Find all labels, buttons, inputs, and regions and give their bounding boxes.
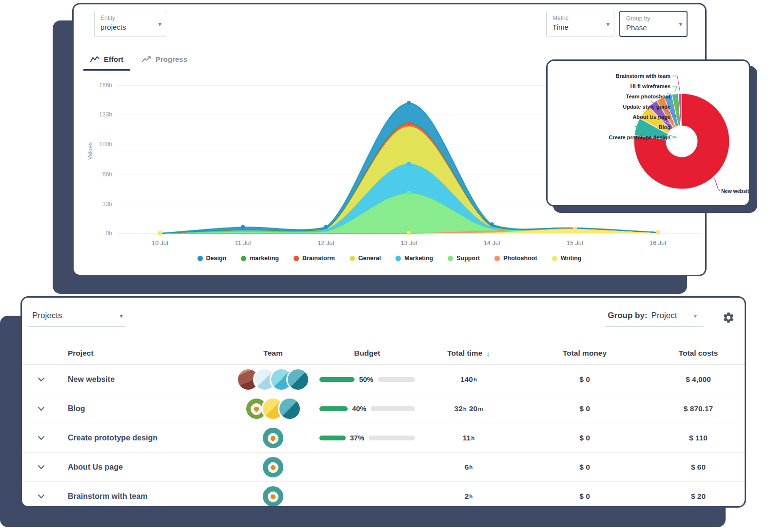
- tab-label: Effort: [104, 55, 123, 63]
- legend-label: Writing: [561, 255, 582, 262]
- team-avatars: [232, 397, 315, 420]
- table-groupby-dropdown[interactable]: Group by: Project ▾: [605, 310, 704, 327]
- row-expander[interactable]: [22, 494, 60, 499]
- y-axis-label: Values: [87, 129, 94, 173]
- y-tick-label: 33h: [102, 201, 112, 208]
- data-point-marker: [324, 225, 328, 229]
- budget-bar-track: [369, 436, 415, 440]
- legend-label: Design: [206, 255, 227, 262]
- legend-dot: [197, 256, 203, 261]
- project-name[interactable]: Brainstorm with team: [60, 492, 232, 501]
- total-costs: $ 20: [652, 492, 745, 501]
- legend-item-Writing[interactable]: Writing: [552, 255, 582, 262]
- column-header-project[interactable]: Project: [60, 349, 232, 358]
- project-name[interactable]: Create prototype design: [60, 434, 232, 442]
- legend-item-Marketing[interactable]: Marketing: [395, 255, 433, 262]
- legend-item-Support[interactable]: Support: [448, 255, 480, 262]
- row-expander[interactable]: [22, 465, 60, 470]
- label-leader-line: [715, 178, 720, 191]
- table-header-row: ProjectTeamBudgetTotal time↓Total moneyT…: [22, 342, 745, 365]
- time-unit: m: [478, 406, 483, 412]
- project-name[interactable]: Blog: [60, 404, 232, 413]
- project-name[interactable]: New website: [60, 375, 232, 384]
- project-name[interactable]: About Us page: [60, 463, 232, 472]
- column-header-total-time[interactable]: Total time↓: [420, 349, 517, 358]
- pie-label: Create prototype design: [609, 134, 670, 140]
- chevron-down-icon: ▾: [606, 20, 610, 28]
- data-point-marker: [490, 222, 494, 227]
- time-unit: h: [471, 435, 474, 441]
- metric-dropdown[interactable]: Metric Time ▾: [546, 11, 614, 37]
- projects-dropdown[interactable]: Projects ▾: [28, 310, 125, 327]
- avatar-split-teal[interactable]: [286, 368, 310, 391]
- time-value: 32: [454, 404, 463, 413]
- metric-dropdown-value: Time: [552, 23, 601, 31]
- legend-dot: [395, 256, 401, 261]
- pie-label: Blog: [659, 124, 670, 130]
- row-expander[interactable]: [22, 436, 60, 440]
- avatar-flower-teal[interactable]: [261, 485, 285, 508]
- avatar-split-teal[interactable]: [278, 397, 301, 420]
- table-row: About Us page6h$ 0$ 60: [22, 453, 745, 482]
- avatar-flower-teal[interactable]: [261, 456, 285, 479]
- tab-effort[interactable]: Effort: [83, 50, 130, 71]
- x-tick-label: 13 Jul: [401, 240, 417, 247]
- total-money: $ 0: [517, 463, 652, 472]
- groupby-value: Project: [651, 311, 677, 321]
- row-expander[interactable]: [22, 377, 60, 382]
- groupby-phase-dropdown[interactable]: Group by Phase ▾: [619, 11, 688, 37]
- groupby-dropdown-value: Phase: [626, 23, 674, 32]
- x-tick-label: 16 Jul: [650, 240, 666, 247]
- total-costs: $ 4,000: [652, 375, 745, 384]
- time-unit: h: [469, 494, 473, 499]
- column-header-budget[interactable]: Budget: [315, 349, 420, 358]
- entity-dropdown[interactable]: Entity projects ▾: [94, 11, 166, 37]
- pie-label: About Us page: [632, 114, 670, 120]
- data-point-marker: [407, 121, 411, 126]
- settings-gear-icon[interactable]: [722, 311, 735, 324]
- chevron-down-icon: ▾: [158, 20, 161, 28]
- data-point-marker: [407, 231, 411, 235]
- chevron-down-icon: [38, 406, 45, 411]
- label-leader-line: [672, 86, 677, 92]
- time-value: 140: [460, 375, 473, 384]
- chevron-down-icon: ▾: [679, 20, 682, 28]
- metric-dropdown-label: Metric: [552, 15, 601, 21]
- chevron-down-icon: [38, 377, 45, 382]
- avatar-flower-teal[interactable]: [261, 426, 285, 450]
- row-expander[interactable]: [22, 406, 60, 411]
- sort-desc-icon: ↓: [486, 349, 490, 358]
- table-row: Brainstorm with team2h$ 0$ 20: [22, 482, 745, 508]
- tab-progress[interactable]: Progress: [135, 50, 194, 71]
- data-point-marker: [158, 231, 162, 235]
- y-tick-label: 100h: [99, 141, 112, 148]
- table-row: Blog40%32h20m$ 0$ 870.17: [22, 394, 745, 423]
- y-tick-label: 0h: [106, 230, 112, 237]
- time-unit: h: [473, 377, 477, 382]
- time-unit: h: [463, 406, 467, 412]
- legend-item-Design[interactable]: Design: [197, 255, 227, 262]
- time-value: 6: [465, 463, 469, 472]
- x-tick-label: 11 Jul: [235, 240, 251, 247]
- x-tick-label: 10 Jul: [152, 240, 168, 247]
- total-time: 140h: [420, 375, 517, 384]
- budget-progress: 40%: [315, 405, 420, 413]
- legend-label: Brainstorm: [302, 255, 335, 262]
- time-by-project-card: Brainstorm with teamHi-fi wireframesTeam…: [546, 59, 750, 207]
- legend-item-Photoshoot[interactable]: Photoshoot: [494, 255, 537, 262]
- team-avatars: [232, 426, 315, 450]
- chevron-down-icon: ▾: [693, 312, 697, 320]
- column-header-team[interactable]: Team: [232, 349, 315, 358]
- column-header-total-costs[interactable]: Total costs: [652, 349, 745, 358]
- budget-bar-track: [371, 406, 414, 411]
- column-header-total-money[interactable]: Total money: [517, 349, 652, 358]
- legend-item-General[interactable]: General: [350, 255, 381, 262]
- pie-label: Brainstorm with team: [616, 73, 671, 79]
- legend-dot: [350, 256, 355, 261]
- legend-item-marketing[interactable]: marketing: [241, 255, 279, 262]
- table-row: New website50%140h$ 0$ 4,000: [22, 365, 745, 394]
- legend-item-Brainstorm[interactable]: Brainstorm: [294, 255, 335, 262]
- budget-bar-track: [378, 377, 415, 382]
- time-by-project-donut[interactable]: Brainstorm with teamHi-fi wireframesTeam…: [548, 61, 750, 207]
- groupby-dropdown-label: Group by: [626, 15, 674, 22]
